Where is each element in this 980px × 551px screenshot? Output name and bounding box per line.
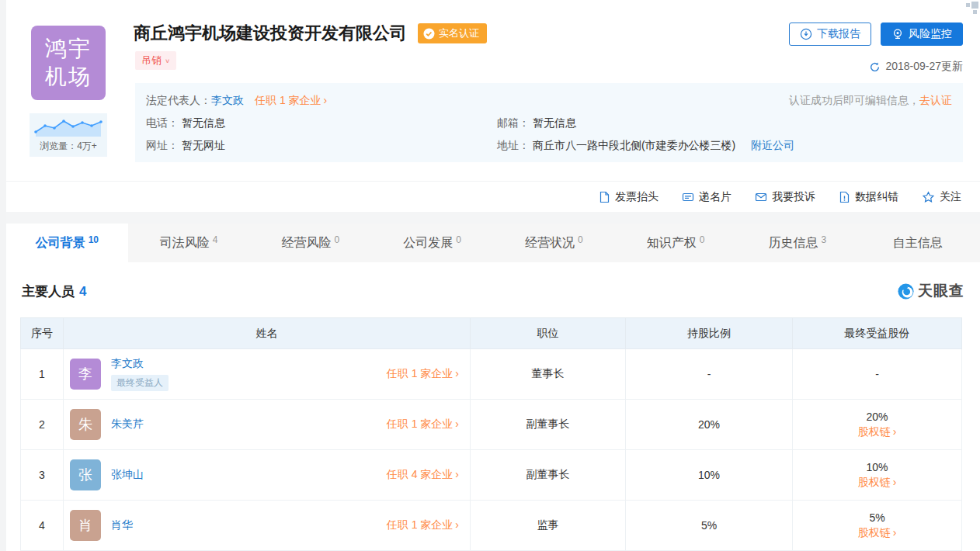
status-tag-revoked[interactable]: 吊销 ∨ [135,51,176,70]
ratio-cell: 10% [626,450,793,501]
views-sparkline-chart [34,116,103,137]
data-correction-button[interactable]: 数据纠错 [839,190,898,204]
verified-badge[interactable]: 实名认证 [418,23,487,43]
tab-company-background[interactable]: 公司背景10 [6,224,128,262]
row-no: 2 [21,400,64,450]
go-verify-link[interactable]: 去认证 [919,94,952,106]
row-no: 3 [21,450,64,501]
avatar: 李 [70,359,101,390]
tab-count: 4 [213,234,218,245]
address-value: 商丘市八一路中段北侧(市建委办公楼三楼) [533,139,735,151]
logo-text-line2: 机场 [45,63,92,91]
logo-text-line1: 鸿宇 [45,35,92,63]
tab-count: 0 [578,234,583,245]
equity-chain-link[interactable]: 股权链 [793,425,961,439]
legal-rep-office-link[interactable]: 任职 1 家企业 [255,94,327,108]
final-shares-value: 20% [866,411,888,423]
tab-company-development[interactable]: 公司发展0 [371,224,493,262]
edit-hint-text: 认证成功后即可编辑信息， [789,94,919,106]
chevron-down-icon: ∨ [165,57,170,64]
document-icon [599,191,610,203]
final-shares-value: - [875,368,879,380]
verified-badge-label: 实名认证 [439,26,479,40]
table-row: 2 朱 朱美芹 任职 1 家企业 副董事长 20% [21,400,962,450]
ratio-cell: 20% [626,400,793,450]
col-header-position: 职位 [471,318,626,349]
website-label: 网址： [146,139,179,151]
phone-label: 电话： [146,116,179,129]
avatar: 朱 [70,409,101,440]
risk-monitor-label: 风险监控 [909,27,952,41]
email-label: 邮箱： [497,116,530,129]
complaint-label: 我要投诉 [772,190,815,204]
final-shares-value: 10% [866,461,888,473]
nearby-companies-link[interactable]: 附近公司 [751,139,794,151]
legal-rep-name-link[interactable]: 李文政 [211,94,244,108]
ratio-cell: 5% [626,501,793,551]
invoice-title-label: 发票抬头 [615,190,659,204]
office-count-link[interactable]: 任职 1 家企业 [387,418,459,431]
col-header-name: 姓名 [64,318,471,349]
tab-count: 0 [700,234,705,245]
tab-count: 3 [822,234,827,245]
legal-rep-label: 法定代表人： [146,94,211,108]
check-circle-icon [423,28,435,40]
star-icon [922,191,935,203]
section-title-key-personnel: 主要人员4 [22,282,86,300]
views-count-label: 浏览量：4万+ [30,140,107,153]
tab-count: 0 [456,234,461,245]
person-name-link[interactable]: 张坤山 [111,468,144,482]
download-report-button[interactable]: 下载报告 [789,23,871,46]
company-logo: 鸿宇 机场 [31,26,106,100]
phone-value: 暂无信息 [182,116,225,129]
beneficiary-badge: 最终受益人 [111,375,169,391]
person-name-link[interactable]: 朱美芹 [111,418,144,431]
tab-operation-risk[interactable]: 经营风险0 [250,224,372,262]
final-shares-value: 5% [869,511,884,524]
position-cell: 副董事长 [471,400,626,450]
updated-date-label: 2018-09-27更新 [885,60,963,74]
business-card-icon [682,191,694,203]
address-label: 地址： [497,139,530,151]
tianyancha-logo-icon [897,282,915,300]
invoice-title-button[interactable]: 发票抬头 [599,190,659,204]
main-section: 主要人员4 天眼查 序号 姓名 职位 持股比例 最 [6,262,980,551]
table-row: 4 肖 肖华 任职 1 家企业 监事 5% [21,501,962,551]
ratio-cell: - [626,349,793,400]
equity-chain-link[interactable]: 股权链 [793,476,961,490]
mail-icon [755,191,767,203]
office-count-link[interactable]: 任职 4 家企业 [387,468,459,482]
tab-intellectual-property[interactable]: 知识产权0 [615,224,737,262]
follow-button[interactable]: 关注 [922,190,961,204]
position-cell: 监事 [471,501,626,551]
status-tag-label: 吊销 [141,54,162,68]
position-cell: 副董事长 [471,450,626,501]
refresh-icon[interactable] [869,61,881,73]
equity-chain-link[interactable]: 股权链 [793,526,961,540]
office-count-link[interactable]: 任职 1 家企业 [387,367,459,381]
row-no: 1 [21,349,64,400]
tianyancha-logo-text: 天眼查 [918,281,964,301]
tab-judicial-risk[interactable]: 司法风险4 [128,224,250,262]
position-cell: 董事长 [471,349,626,400]
tab-history-info[interactable]: 历史信息3 [737,224,859,262]
personnel-count: 4 [79,284,86,299]
document-alert-icon [839,191,850,203]
tab-self-info[interactable]: 自主信息 [858,224,980,262]
tab-count: 10 [89,234,99,245]
divider-band [6,212,980,224]
col-header-ratio: 持股比例 [626,318,793,349]
company-profile-page: 鸿宇 机场 浏览量：4万+ 商丘鸿宇机场建设投资开发有限公司 实名认证 吊销 ∨ [6,0,980,551]
risk-monitor-button[interactable]: 风险监控 [881,23,963,46]
company-header: 鸿宇 机场 浏览量：4万+ 商丘鸿宇机场建设投资开发有限公司 实名认证 吊销 ∨ [6,0,980,181]
tianyancha-watermark: 天眼查 [897,281,964,301]
monitor-camera-icon [891,28,904,40]
complaint-button[interactable]: 我要投诉 [755,190,815,204]
person-name-link[interactable]: 肖华 [111,518,133,532]
person-name-link[interactable]: 李文政 [111,357,144,371]
company-info-panel: 法定代表人： 李文政 任职 1 家企业 认证成功后即可编辑信息，去认证 电话： … [135,83,963,162]
office-count-link[interactable]: 任职 1 家企业 [387,518,459,532]
send-card-button[interactable]: 递名片 [682,190,732,204]
tab-operation-status[interactable]: 经营状况0 [493,224,615,262]
table-row: 1 李 李文政 最终受益人 任职 1 家企业 董事长 - [21,349,962,400]
